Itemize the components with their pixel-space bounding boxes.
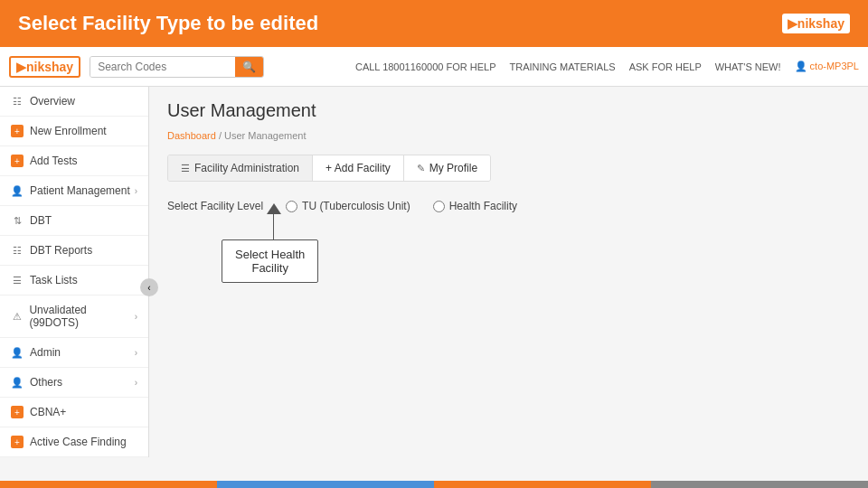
- person-icon-others: 👤: [11, 376, 24, 389]
- sidebar-label-cbnaa: CBNA+: [30, 406, 66, 418]
- grid-icon: ☷: [11, 95, 24, 108]
- chevron-down-icon-unvalidated: ›: [135, 312, 137, 322]
- tabs-container: ☰ Facility Administration + Add Facility…: [167, 155, 491, 182]
- plus-icon-active[interactable]: +: [11, 436, 24, 448]
- list-tab-icon: ☰: [181, 163, 190, 174]
- sidebar-label-dbt-reports: DBT Reports: [30, 244, 92, 257]
- sidebar-label-active: Active Case Finding: [30, 436, 127, 448]
- nav-call[interactable]: CALL 18001160000 FOR HELP: [355, 61, 496, 72]
- sidebar-item-dbt[interactable]: ⇅ DBT: [0, 206, 148, 236]
- nav-ask-help[interactable]: ASK FOR HELP: [629, 61, 702, 72]
- sidebar-item-patient-mgmt[interactable]: 👤 Patient Management ›: [0, 176, 148, 206]
- facility-level-label: Select Facility Level: [167, 200, 263, 212]
- main-layout: ☷ Overview + New Enrollment + Add Tests …: [0, 87, 868, 488]
- sidebar-label-tasks: Task Lists: [30, 274, 78, 286]
- sidebar-label-unvalidated: Unvalidated (99DOTS): [29, 304, 134, 329]
- plus-icon-cbnaa[interactable]: +: [11, 406, 24, 418]
- callout-box: Select HealthFacility: [222, 239, 318, 283]
- sidebar: ☷ Overview + New Enrollment + Add Tests …: [0, 87, 149, 457]
- sidebar-wrapper: ☷ Overview + New Enrollment + Add Tests …: [0, 87, 149, 488]
- callout-container: Select HealthFacility: [222, 239, 318, 283]
- radio-hf[interactable]: Health Facility: [433, 200, 517, 212]
- tab-add-facility[interactable]: + Add Facility: [313, 155, 404, 181]
- chevron-down-icon-admin: ›: [135, 348, 137, 358]
- sidebar-label-patient: Patient Management: [30, 184, 130, 197]
- person-icon-admin: 👤: [11, 346, 24, 359]
- bottom-bar-segment-3: [434, 481, 651, 488]
- sidebar-label-overview: Overview: [30, 95, 75, 108]
- nav-training[interactable]: TRAINING MATERIALS: [510, 61, 616, 72]
- bottom-bar-segment-2: [217, 481, 434, 488]
- sidebar-item-active-case[interactable]: + Active Case Finding: [0, 427, 148, 457]
- sidebar-item-overview[interactable]: ☷ Overview: [0, 87, 148, 117]
- warning-icon: ⚠: [11, 310, 23, 323]
- radio-input-hf[interactable]: [433, 201, 445, 212]
- plus-icon-tests[interactable]: +: [11, 155, 24, 167]
- bottom-bar-segment-4: [651, 481, 868, 488]
- page-title: User Management: [167, 100, 850, 121]
- callout-line: [273, 214, 274, 239]
- chevron-down-icon-others: ›: [135, 378, 137, 388]
- content-area: User Management Dashboard / User Managem…: [149, 87, 868, 488]
- search-button[interactable]: 🔍: [235, 57, 263, 77]
- sidebar-label-tests: Add Tests: [30, 155, 77, 167]
- collapse-sidebar-button[interactable]: ‹: [140, 278, 158, 296]
- radio-input-tu[interactable]: [286, 201, 297, 212]
- sidebar-item-cbnaa[interactable]: + CBNA+: [0, 398, 148, 427]
- breadcrumb-current: User Management: [224, 130, 307, 141]
- sidebar-item-unvalidated[interactable]: ⚠ Unvalidated (99DOTS) ›: [0, 296, 148, 338]
- banner-logo: ▶nikshay: [782, 14, 850, 33]
- sidebar-label-admin: Admin: [30, 346, 61, 359]
- list-icon: ☰: [11, 274, 24, 286]
- sidebar-item-add-tests[interactable]: + Add Tests: [0, 146, 148, 176]
- bottom-bar: [0, 481, 868, 488]
- breadcrumb-dashboard[interactable]: Dashboard: [167, 130, 216, 141]
- search-input[interactable]: [90, 57, 235, 77]
- nav-logo: ▶nikshay: [9, 56, 80, 78]
- tab-my-profile[interactable]: ✎ My Profile: [404, 155, 490, 181]
- sidebar-item-others[interactable]: 👤 Others ›: [0, 368, 148, 398]
- sidebar-item-task-lists[interactable]: ☰ Task Lists: [0, 266, 148, 296]
- nav-user[interactable]: 👤 cto-MP3PL: [795, 61, 859, 72]
- bottom-bar-segment-1: [0, 481, 217, 488]
- tab-facility-administration[interactable]: ☰ Facility Administration: [168, 155, 313, 181]
- document-icon-dbt: ☷: [11, 244, 24, 257]
- chevron-down-icon-patient: ›: [135, 186, 137, 196]
- person-icon-patient: 👤: [11, 184, 24, 197]
- top-banner: Select Facility Type to be edited ▶niksh…: [0, 0, 868, 47]
- search-bar: 🔍: [90, 56, 264, 78]
- sidebar-label-dbt: DBT: [30, 214, 52, 227]
- sidebar-item-dbt-reports[interactable]: ☷ DBT Reports: [0, 236, 148, 266]
- radio-tu[interactable]: TU (Tuberculosis Unit): [286, 200, 410, 212]
- nav-bar: ▶nikshay 🔍 CALL 18001160000 FOR HELP TRA…: [0, 47, 868, 87]
- edit-tab-icon: ✎: [417, 163, 425, 174]
- nav-links: CALL 18001160000 FOR HELP TRAINING MATER…: [355, 61, 859, 72]
- breadcrumb: Dashboard / User Management: [167, 130, 850, 141]
- sidebar-item-admin[interactable]: 👤 Admin ›: [0, 338, 148, 368]
- banner-title: Select Facility Type to be edited: [18, 12, 318, 35]
- banner-logo-area: ▶nikshay: [782, 14, 850, 33]
- callout-arrow: [267, 203, 281, 214]
- nav-whats-new[interactable]: WHAT'S NEW!: [715, 61, 781, 72]
- plus-icon-enrollment[interactable]: +: [11, 125, 24, 137]
- sidebar-item-new-enrollment[interactable]: + New Enrollment: [0, 117, 148, 146]
- sidebar-label-enrollment: New Enrollment: [30, 125, 107, 137]
- sidebar-label-others: Others: [30, 376, 62, 389]
- arrow-icon-dbt: ⇅: [11, 214, 24, 227]
- callout-text: Select HealthFacility: [235, 248, 305, 275]
